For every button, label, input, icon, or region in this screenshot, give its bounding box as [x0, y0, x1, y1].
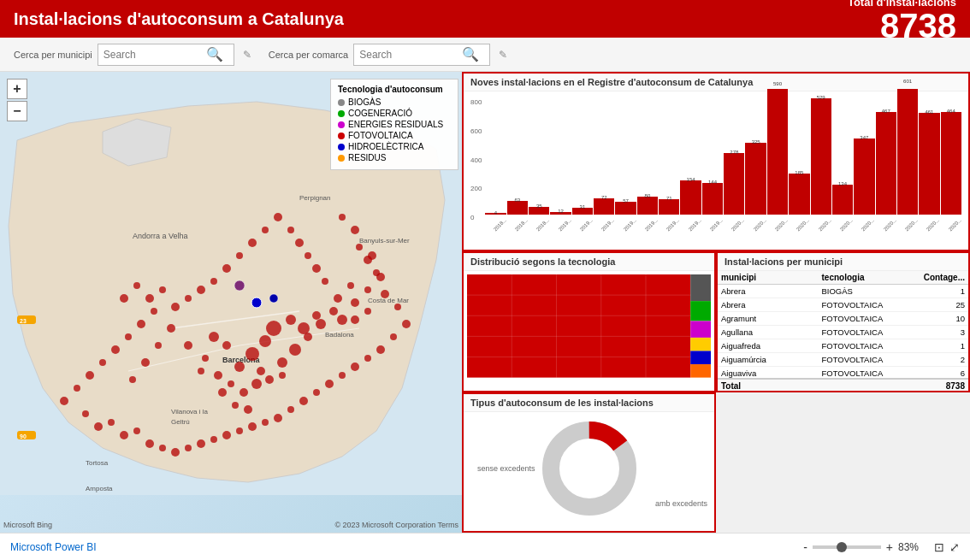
bar-item-3: 122019... — [550, 89, 571, 221]
bar-item-2: 352018... — [529, 89, 549, 221]
bar-rect-1 — [507, 201, 528, 215]
zoom-in-button[interactable]: + — [7, 79, 27, 99]
bar-label-2: 2018... — [535, 216, 551, 232]
legend-label-biogas: BIOGÀS — [348, 97, 381, 107]
powerbi-link[interactable]: Microsoft Power BI — [10, 541, 97, 553]
bar-value-13: 590 — [773, 81, 782, 86]
table-row[interactable]: Aiguamúrcia FOTOVOLTAICA 2 — [718, 353, 968, 367]
search-municipi-wrap[interactable]: 🔍 — [98, 44, 234, 66]
search-municipi-input[interactable] — [104, 49, 206, 61]
svg-point-40 — [184, 341, 192, 350]
td-count-4: 1 — [922, 341, 965, 351]
svg-point-86 — [351, 363, 359, 371]
svg-point-87 — [364, 355, 371, 362]
svg-point-78 — [248, 422, 257, 431]
bar-rect-9 — [680, 180, 701, 215]
y-axis: 800 600 400 200 0 — [470, 95, 485, 240]
table-row[interactable]: Agullana FOTOVOLTAICA 3 — [718, 326, 968, 339]
legend-label-cogen: COGENERACIÓ — [348, 109, 412, 118]
zoom-out-button[interactable]: − — [7, 101, 27, 121]
svg-point-56 — [364, 308, 371, 315]
td-tech-6: FOTOVOLTAICA — [822, 368, 923, 378]
svg-point-74 — [197, 439, 205, 448]
search-comarca-clear[interactable]: ✎ — [499, 49, 507, 61]
svg-point-45 — [167, 324, 175, 333]
svg-text:Tortosa: Tortosa — [86, 459, 109, 467]
legend-title: Tecnologia d'autoconsum — [338, 85, 451, 94]
search-comarca-input[interactable] — [359, 49, 462, 61]
svg-point-101 — [236, 252, 243, 259]
bar-value-11: 278 — [730, 150, 738, 155]
bar-label-13: 2020... — [774, 216, 790, 232]
table-row[interactable]: Abrera FOTOVOLTAICA 25 — [718, 298, 968, 312]
map-area[interactable]: Andorra a Velha Barcelona Badalona Vilan… — [0, 72, 462, 533]
svg-point-33 — [202, 355, 209, 362]
zoom-controls: - + 83% ⊡ ⤢ — [803, 540, 960, 554]
th-count: Contage... — [922, 273, 965, 282]
bar-value-5: 72 — [601, 195, 607, 200]
total-installs-section: Total d'instal·lacions 8738 — [848, 0, 956, 43]
bar-label-21: 2020... — [948, 216, 963, 232]
bar-item-18: 4672020... — [876, 89, 896, 221]
bar-value-10: 144 — [708, 180, 717, 185]
municipality-panel: Instal·lacions per municipi municipi tec… — [716, 251, 970, 392]
bar-value-17: 347 — [860, 135, 868, 140]
table-row[interactable]: Abrera BIOGÀS 1 — [718, 285, 968, 298]
svg-point-83 — [313, 389, 320, 396]
svg-point-35 — [228, 380, 234, 387]
svg-point-59 — [125, 333, 132, 340]
bar-rect-6 — [615, 202, 636, 215]
table-row[interactable]: Aiguaviva FOTOVOLTAICA 6 — [718, 367, 968, 378]
legend-item-hidro: HIDROELÈCTRICA — [338, 142, 451, 151]
svg-point-20 — [234, 362, 245, 372]
svg-point-52 — [364, 286, 371, 293]
svg-point-95 — [305, 252, 311, 259]
bar-rect-19 — [897, 89, 918, 215]
bar-label-14: 2020... — [796, 216, 811, 232]
svg-point-84 — [325, 380, 334, 388]
svg-point-94 — [295, 239, 304, 247]
zoom-plus-button[interactable]: + — [886, 540, 893, 554]
svg-point-118 — [234, 280, 245, 291]
svg-point-100 — [248, 239, 257, 247]
search-comarca-wrap[interactable]: 🔍 — [353, 44, 490, 66]
main-content: Andorra a Velha Barcelona Badalona Vilan… — [0, 72, 970, 533]
fit-screen-button[interactable]: ⊡ — [934, 540, 944, 554]
bar-rect-20 — [919, 113, 939, 215]
bar-item-10: 1442019... — [702, 89, 723, 221]
bar-value-20: 461 — [925, 109, 933, 115]
legend-dot-fotovoltaica — [338, 133, 345, 139]
bar-value-4: 31 — [580, 204, 586, 209]
th-tech: tecnologia — [822, 273, 923, 282]
svg-point-28 — [277, 357, 287, 368]
header: Instal·lacions d'autoconsum a Catalunya … — [0, 0, 970, 38]
donut-container: sense excedents amb excedents — [464, 412, 714, 526]
search-municipi-clear[interactable]: ✎ — [243, 49, 251, 61]
svg-point-50 — [347, 282, 354, 289]
table-body[interactable]: Abrera BIOGÀS 1 Abrera FOTOVOLTAICA 25 A… — [718, 285, 968, 378]
td-count-2: 10 — [922, 314, 965, 323]
search-bar: Cerca per municipi 🔍 ✎ Cerca per comarca… — [0, 38, 970, 72]
svg-point-75 — [210, 436, 217, 443]
table-row[interactable]: Aiguafreda FOTOVOLTAICA 1 — [718, 339, 968, 353]
zoom-minus-button[interactable]: - — [803, 540, 807, 554]
treemap-cogen — [690, 301, 711, 321]
bar-label-12: 2020... — [753, 216, 768, 232]
distribution-panel: Distribució segons la tecnologia — [462, 251, 716, 392]
legend-item-energies: ENERGIES RESIDUALS — [338, 120, 451, 129]
svg-text:Geltrú: Geltrú — [171, 418, 190, 426]
fullscreen-button[interactable]: ⤢ — [949, 540, 960, 554]
donut-label-right: amb excedents — [655, 499, 707, 508]
zoom-slider[interactable] — [813, 545, 881, 549]
legend-dot-energies — [338, 121, 345, 128]
tipus-panel: Tipus d'autoconsum de les instal·lacions… — [462, 392, 716, 533]
svg-point-90 — [402, 320, 411, 328]
svg-point-115 — [373, 269, 380, 276]
legend-label-residus: RESIDUS — [348, 153, 386, 162]
svg-point-102 — [222, 264, 231, 273]
svg-point-61 — [99, 359, 106, 366]
td-tech-0: BIOGÀS — [822, 286, 923, 296]
svg-point-31 — [316, 319, 326, 329]
table-row[interactable]: Agramunt FOTOVOLTAICA 10 — [718, 312, 968, 326]
svg-point-110 — [120, 294, 128, 303]
